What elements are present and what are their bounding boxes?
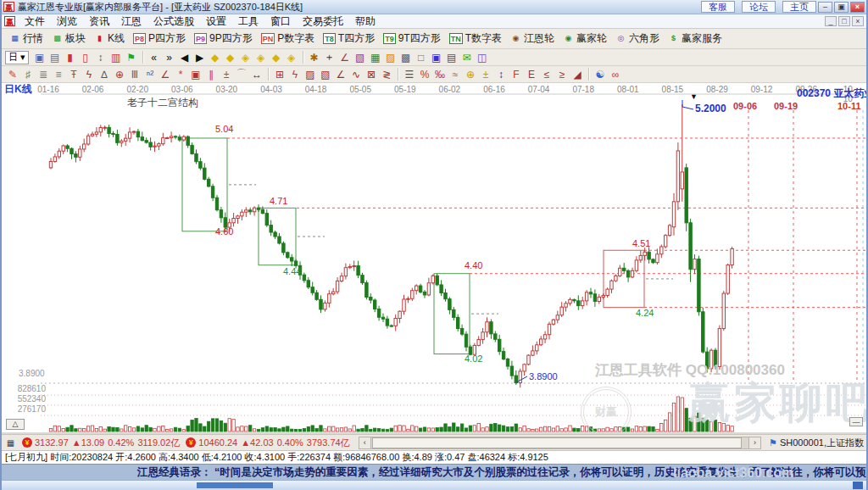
toolbar-button-K线[interactable]: ▮K线 xyxy=(90,31,129,47)
mdi-minimize-button[interactable]: _ xyxy=(825,16,837,26)
chart-tool-icon-30[interactable]: ◫ xyxy=(475,50,490,64)
chart-tool-icon-25[interactable]: ▩ xyxy=(398,50,414,64)
draw-tool-icon-12[interactable]: ▣ xyxy=(188,67,203,81)
draw-tool-icon-11[interactable]: * xyxy=(173,67,188,81)
toolbar-button-行情[interactable]: ▦行情 xyxy=(5,31,47,47)
menu-item-9[interactable]: 帮助 xyxy=(349,14,381,29)
menu-item-3[interactable]: 江恩 xyxy=(115,14,147,29)
draw-tool-icon-37[interactable]: ≥ xyxy=(554,67,570,81)
draw-tool-icon-2[interactable]: ≣ xyxy=(36,67,51,81)
chart-tool-icon-3[interactable]: ▯ xyxy=(78,50,93,64)
chart-tool-icon-10[interactable]: ◀ xyxy=(177,50,192,64)
chart-tool-icon-6[interactable]: ⚑ xyxy=(124,50,139,64)
chart-tool-icon-9[interactable]: » xyxy=(162,50,177,64)
menu-item-4[interactable]: 公式选股 xyxy=(147,14,200,29)
kline-chart[interactable]: 01-1602-0602-2003-0603-2004-0304-1805-05… xyxy=(2,83,866,434)
chart-tool-icon-1[interactable]: ▤ xyxy=(47,50,63,64)
chart-tool-icon-0[interactable]: ▣ xyxy=(32,50,47,64)
menu-item-2[interactable]: 资讯 xyxy=(83,14,115,29)
draw-tool-icon-0[interactable]: ✎ xyxy=(5,67,20,81)
toolbar-button-六角形[interactable]: ◎六角形 xyxy=(611,31,664,47)
draw-tool-icon-22[interactable]: ∠ xyxy=(333,67,348,81)
toolbar-button-板块[interactable]: ▩板块 xyxy=(47,31,90,47)
draw-tool-icon-15[interactable]: ⌒ xyxy=(234,67,249,81)
service-button[interactable]: 客服 xyxy=(701,1,735,13)
scrollbar-thumb[interactable] xyxy=(372,437,743,448)
maximize-button[interactable]: ▣ xyxy=(834,2,849,13)
chart-tool-icon-14[interactable]: ◈ xyxy=(238,50,253,64)
draw-tool-icon-36[interactable]: ≤ xyxy=(539,67,554,81)
draw-tool-icon-33[interactable]: ↕ xyxy=(493,67,509,81)
draw-tool-icon-29[interactable]: ‰ xyxy=(432,67,448,81)
draw-tool-icon-9[interactable]: ⁿ² xyxy=(142,67,158,81)
draw-tool-icon-10[interactable]: ∠ xyxy=(158,67,173,81)
toolbar-button-赢家轮[interactable]: ◉赢家轮 xyxy=(559,31,611,47)
draw-tool-icon-28[interactable]: % xyxy=(417,67,432,81)
mdi-restore-button[interactable]: □ xyxy=(838,16,850,26)
draw-tool-icon-31[interactable]: ⊕ xyxy=(463,67,478,81)
draw-tool-icon-34[interactable]: F xyxy=(509,67,524,81)
draw-tool-icon-13[interactable]: ∥ xyxy=(203,67,219,81)
draw-tool-icon-4[interactable]: Ŧ xyxy=(66,67,81,81)
chart-tool-icon-28[interactable]: ▤ xyxy=(444,50,459,64)
home-button[interactable]: 主页 xyxy=(782,1,816,13)
draw-tool-icon-23[interactable]: ∿ xyxy=(348,67,364,81)
draw-tool-icon-24[interactable]: ⊠ xyxy=(364,67,379,81)
draw-tool-icon-27[interactable]: ☰ xyxy=(402,67,417,81)
draw-tool-icon-35[interactable]: E xyxy=(524,67,539,81)
chart-tool-icon-2[interactable]: ▮ xyxy=(63,50,78,64)
toolbar-button-T四方形[interactable]: T8T四方形 xyxy=(319,31,379,47)
toolbar-button-P数字表[interactable]: PNP数字表 xyxy=(257,31,320,47)
draw-tool-icon-25[interactable]: ≷ xyxy=(379,67,394,81)
calendar-icon[interactable]: ▦ xyxy=(4,437,17,448)
toolbar-button-T数字表[interactable]: TNT数字表 xyxy=(445,31,506,47)
chart-tool-icon-17[interactable]: ◈ xyxy=(284,50,299,64)
scroll-left-arrow[interactable]: ‹ xyxy=(359,437,371,448)
period-selector-button[interactable]: 日 ▾ xyxy=(5,51,29,64)
chart-tool-icon-19[interactable]: ✱ xyxy=(307,50,322,64)
draw-tool-icon-7[interactable]: ⊕ xyxy=(112,67,127,81)
toolbar-button-P四方形[interactable]: P8P四方形 xyxy=(129,31,190,47)
mdi-close-button[interactable]: × xyxy=(852,16,864,26)
chart-tool-icon-4[interactable]: ↕ xyxy=(93,50,108,64)
chart-tool-icon-24[interactable]: ▨ xyxy=(383,50,398,64)
chart-tool-icon-27[interactable]: ▣ xyxy=(429,50,444,64)
draw-tool-icon-38[interactable]: ◢ xyxy=(570,67,585,81)
menu-item-0[interactable]: 文件 xyxy=(19,14,51,29)
chart-tool-icon-13[interactable]: ◆ xyxy=(223,50,238,64)
toolbar-button-赢家服务[interactable]: $赢家服务 xyxy=(664,31,726,47)
chart-tool-icon-15[interactable]: ◈ xyxy=(253,50,269,64)
volume-expand-button[interactable]: △ xyxy=(6,419,25,430)
draw-tool-icon-14[interactable]: ± xyxy=(219,67,234,81)
chart-tool-icon-11[interactable]: ▶ xyxy=(192,50,208,64)
chart-tool-icon-5[interactable]: ▥ xyxy=(108,50,124,64)
chart-tool-icon-21[interactable]: ∠ xyxy=(337,50,353,64)
close-button[interactable]: × xyxy=(850,2,865,13)
pane-collapse-button[interactable]: — xyxy=(849,417,863,426)
draw-tool-icon-1[interactable]: ♯ xyxy=(20,67,36,81)
toolbar-button-江恩轮[interactable]: ◉江恩轮 xyxy=(506,31,559,47)
draw-tool-icon-20[interactable]: ▨ xyxy=(303,67,318,81)
menu-item-8[interactable]: 交易委托 xyxy=(297,14,349,29)
draw-tool-icon-5[interactable]: ϟ xyxy=(81,67,97,81)
menu-item-5[interactable]: 设置 xyxy=(200,14,232,29)
draw-tool-icon-32[interactable]: ± xyxy=(478,67,493,81)
draw-tool-icon-41[interactable]: ∞ xyxy=(608,67,623,81)
chart-tool-icon-20[interactable]: ＋ xyxy=(322,50,337,64)
menu-item-6[interactable]: 工具 xyxy=(232,14,264,29)
chart-tool-icon-22[interactable]: ▧ xyxy=(353,50,368,64)
chart-tool-icon-8[interactable]: « xyxy=(147,50,162,64)
menu-item-7[interactable]: 窗口 xyxy=(264,14,297,29)
draw-tool-icon-18[interactable]: ⊞ xyxy=(272,67,287,81)
toolbar-button-9P四方形[interactable]: P99P四方形 xyxy=(190,31,257,47)
forum-button[interactable]: 论坛 xyxy=(742,1,776,13)
scroll-right-arrow[interactable]: › xyxy=(748,437,760,448)
menu-item-1[interactable]: 浏览 xyxy=(51,14,83,29)
chart-tool-icon-26[interactable]: □ xyxy=(414,50,429,64)
horizontal-scrollbar[interactable]: ‹ › xyxy=(359,437,761,449)
chart-tool-icon-12[interactable]: ◆ xyxy=(208,50,223,64)
draw-tool-icon-21[interactable]: ▧ xyxy=(318,67,333,81)
toolbar-button-9T四方形[interactable]: T99T四方形 xyxy=(379,31,445,47)
chart-tool-icon-16[interactable]: ◆ xyxy=(269,50,284,64)
draw-tool-icon-6[interactable]: ∆ xyxy=(97,67,112,81)
